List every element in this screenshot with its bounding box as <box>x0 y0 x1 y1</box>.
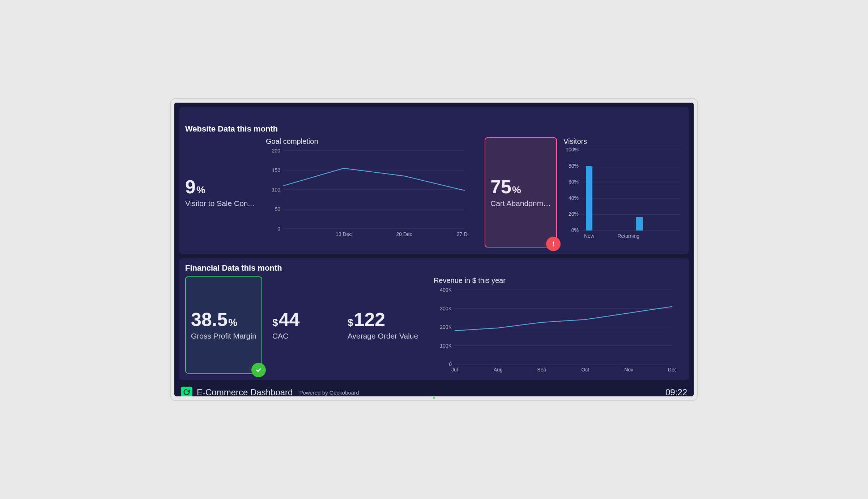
alert-icon <box>546 237 561 251</box>
cac-card: $44 CAC <box>272 276 337 374</box>
revenue-chart: 0100K200K300K400KJulAugSepOctNovDec <box>434 287 683 374</box>
clock: 09:22 <box>665 387 687 396</box>
brand-icon <box>181 387 192 396</box>
svg-text:300K: 300K <box>440 306 452 311</box>
aov-prefix: $ <box>348 317 353 328</box>
svg-text:Oct: Oct <box>581 367 589 373</box>
svg-text:Dec: Dec <box>668 367 676 373</box>
powered-by: Powered by Geckoboard <box>299 390 359 396</box>
financial-panel: Financial Data this month 38.5% Gross Pr… <box>179 258 689 380</box>
cac-value: $44 <box>272 310 337 329</box>
svg-text:20%: 20% <box>569 211 579 217</box>
cac-prefix: $ <box>272 317 278 328</box>
svg-text:Jul: Jul <box>451 367 458 373</box>
aov-number: 122 <box>354 309 385 330</box>
cac-label: CAC <box>272 332 337 340</box>
check-icon <box>251 363 266 377</box>
conversion-value: 9% <box>185 177 259 196</box>
goal-completion-chart: 05010015020013 Dec20 Dec27 Dec <box>266 148 478 248</box>
svg-text:150: 150 <box>272 167 281 173</box>
website-section-title: Website Data this month <box>185 124 683 134</box>
svg-text:Aug: Aug <box>494 367 503 373</box>
cart-abandon-card: 75% Cart Abandonmen... <box>485 137 557 248</box>
visitors-chart-card: Visitors 0%20%40%60%80%100%NewReturning <box>563 137 683 248</box>
gross-margin-unit: % <box>228 317 237 328</box>
goal-completion-title: Goal completion <box>266 137 478 146</box>
cart-abandon-unit: % <box>512 184 521 195</box>
conversion-number: 9 <box>185 176 196 197</box>
dashboard-title: E-Commerce Dashboard <box>197 387 293 396</box>
conversion-card: 9% Visitor to Sale Con... <box>185 137 259 248</box>
screen: Website Data this month 9% Visitor to Sa… <box>174 103 694 396</box>
gross-margin-value: 38.5% <box>191 310 256 329</box>
conversion-unit: % <box>196 184 205 195</box>
revenue-title: Revenue in $ this year <box>434 276 683 285</box>
svg-text:40%: 40% <box>569 195 579 201</box>
svg-text:Sep: Sep <box>537 367 546 373</box>
gross-margin-card: 38.5% Gross Profit Margin <box>185 276 262 374</box>
goal-completion-chart-card: Goal completion 05010015020013 Dec20 Dec… <box>266 137 478 248</box>
visitors-chart: 0%20%40%60%80%100%NewReturning <box>563 148 683 248</box>
svg-rect-14 <box>553 242 554 245</box>
aov-label: Average Order Value <box>348 332 424 340</box>
svg-text:New: New <box>584 233 595 239</box>
svg-text:80%: 80% <box>569 163 579 169</box>
svg-text:100: 100 <box>272 187 281 193</box>
svg-text:Returning: Returning <box>617 233 639 239</box>
revenue-chart-card: Revenue in $ this year 0100K200K300K400K… <box>434 276 683 374</box>
svg-text:100K: 100K <box>440 343 452 349</box>
gross-margin-label: Gross Profit Margin <box>191 332 256 340</box>
aov-value: $122 <box>348 310 424 329</box>
display-frame: Website Data this month 9% Visitor to Sa… <box>170 98 698 401</box>
footer: E-Commerce Dashboard Powered by Geckoboa… <box>179 384 689 396</box>
financial-section-title: Financial Data this month <box>185 263 683 273</box>
svg-text:0: 0 <box>449 361 452 367</box>
svg-rect-30 <box>636 217 643 231</box>
svg-text:Nov: Nov <box>624 367 633 373</box>
svg-text:60%: 60% <box>569 179 579 185</box>
svg-rect-28 <box>586 166 592 231</box>
svg-text:400K: 400K <box>440 287 452 293</box>
cart-abandon-label: Cart Abandonmen... <box>490 199 551 208</box>
svg-text:200K: 200K <box>440 324 452 330</box>
svg-text:0%: 0% <box>571 227 579 233</box>
svg-text:200: 200 <box>272 148 281 154</box>
power-led-icon <box>433 397 435 399</box>
svg-point-15 <box>553 245 554 246</box>
svg-text:27 Dec: 27 Dec <box>457 231 468 237</box>
svg-text:0: 0 <box>277 226 280 232</box>
visitors-title: Visitors <box>563 137 683 146</box>
aov-card: $122 Average Order Value <box>348 276 424 374</box>
svg-text:100%: 100% <box>566 148 579 152</box>
svg-text:13 Dec: 13 Dec <box>336 231 352 237</box>
svg-point-32 <box>255 366 262 374</box>
website-panel: Website Data this month 9% Visitor to Sa… <box>179 107 689 254</box>
gross-margin-number: 38.5 <box>191 309 227 330</box>
svg-text:50: 50 <box>275 206 280 212</box>
cart-abandon-number: 75 <box>490 176 511 197</box>
svg-text:20 Dec: 20 Dec <box>396 231 412 237</box>
cart-abandon-value: 75% <box>490 177 551 196</box>
cac-number: 44 <box>278 309 299 330</box>
conversion-label: Visitor to Sale Con... <box>185 199 259 208</box>
